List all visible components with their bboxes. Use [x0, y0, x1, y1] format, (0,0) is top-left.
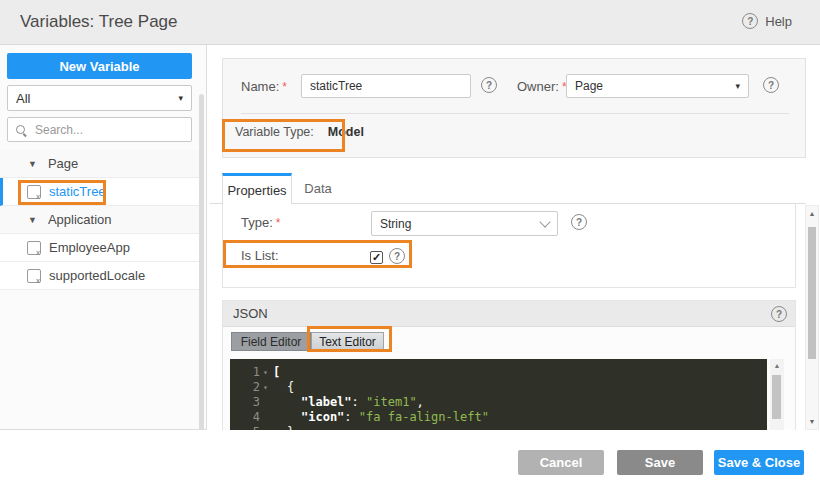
form-divider: [241, 113, 789, 114]
tree-group-page[interactable]: ▼ Page: [0, 150, 199, 178]
json-section-title: JSON: [233, 306, 268, 321]
variable-search: [7, 117, 192, 142]
name-help-icon[interactable]: ?: [481, 77, 497, 93]
variable-filter-select[interactable]: All ▾: [7, 85, 192, 111]
fold-arrow-icon[interactable]: ▾: [260, 380, 271, 395]
is-list-help-icon[interactable]: ?: [389, 248, 405, 264]
owner-label: Owner:*: [517, 79, 567, 94]
is-list-label: Is List:: [241, 248, 279, 263]
text-editor-button[interactable]: Text Editor: [311, 332, 384, 351]
cancel-button[interactable]: Cancel: [518, 450, 604, 475]
sidebar-scrollbar[interactable]: [199, 92, 205, 472]
owner-select[interactable]: Page ▾: [566, 74, 749, 98]
main-scrollbar[interactable]: ▲ ▼: [805, 205, 819, 430]
variable-icon: x: [27, 269, 41, 283]
search-input[interactable]: [33, 122, 184, 138]
search-icon: [15, 124, 27, 136]
caret-down-icon: ▾: [735, 81, 740, 91]
tab-properties[interactable]: Properties: [222, 173, 292, 204]
type-help-icon[interactable]: ?: [571, 214, 587, 230]
scroll-up-icon[interactable]: ▲: [770, 362, 784, 369]
dialog-header: Variables: Tree Page ? Help: [0, 0, 820, 45]
filter-selected-value: All: [16, 91, 30, 106]
field-editor-button[interactable]: Field Editor: [231, 332, 311, 351]
dialog-footer: Cancel Save Save & Close: [0, 430, 820, 491]
type-selected-value: String: [380, 217, 411, 231]
save-button[interactable]: Save: [617, 450, 703, 475]
tree-item-label: supportedLocale: [49, 268, 145, 283]
check-icon: ✓: [372, 252, 381, 263]
type-label: Type:*: [241, 215, 280, 230]
tree-item-supportedlocale[interactable]: x supportedLocale: [0, 262, 199, 290]
scroll-up-icon[interactable]: ▲: [806, 210, 818, 217]
tree-item-employeeapp[interactable]: x EmployeeApp: [0, 234, 199, 262]
type-select[interactable]: String: [371, 211, 558, 236]
expand-triangle-icon: ▼: [28, 215, 37, 225]
main-scrollbar-thumb[interactable]: [808, 227, 816, 359]
scroll-down-icon[interactable]: ▼: [806, 418, 818, 425]
code-line: "icon": "fa fa-align-left": [273, 410, 489, 425]
variable-type-label: Variable Type:: [235, 125, 314, 139]
json-help-icon[interactable]: ?: [771, 306, 787, 322]
tree-group-label: Page: [48, 156, 78, 171]
variables-dialog: Variables: Tree Page ? Help New Variable…: [0, 0, 820, 491]
required-marker: *: [282, 80, 287, 94]
tree-item-label: staticTree: [49, 184, 106, 199]
chevron-down-icon: [539, 216, 550, 227]
variable-header-form: Name:* ? Owner:* Page ▾ ? Variable Type:…: [222, 58, 806, 158]
page-title: Variables: Tree Page: [20, 12, 178, 32]
code-line: {: [273, 380, 489, 395]
editor-scrollbar-thumb[interactable]: [772, 375, 781, 419]
help-label: Help: [765, 14, 792, 29]
variable-icon: x: [27, 241, 41, 255]
fold-arrow-icon[interactable]: ▾: [260, 365, 271, 380]
variable-type-row: Variable Type: Model: [235, 125, 364, 139]
tree-group-application[interactable]: ▼ Application: [0, 206, 199, 234]
is-list-checkbox[interactable]: ✓: [370, 251, 383, 264]
help-question-icon: ?: [742, 13, 758, 29]
tree-group-label: Application: [48, 212, 112, 227]
tab-data[interactable]: Data: [292, 173, 344, 204]
variable-type-value: Model: [328, 125, 364, 139]
tree-item-label: EmployeeApp: [49, 240, 130, 255]
name-input[interactable]: [301, 74, 471, 98]
owner-selected-value: Page: [575, 79, 603, 93]
code-line: "label": "item1",: [273, 395, 489, 410]
code-line: [: [273, 365, 489, 380]
caret-down-icon: ▾: [178, 93, 183, 103]
variable-icon: x: [27, 185, 41, 199]
save-and-close-button[interactable]: Save & Close: [714, 450, 804, 475]
variables-tree: ▼ Page x staticTree ▼ Application x Empl…: [0, 150, 199, 290]
sidebar-scrollbar-thumb[interactable]: [199, 94, 204, 466]
properties-panel: Type:* String ? Is List: ✓ ?: [222, 204, 796, 288]
json-section-header: JSON: [223, 301, 795, 327]
expand-triangle-icon: ▼: [28, 159, 37, 169]
new-variable-button[interactable]: New Variable: [7, 53, 192, 79]
owner-help-icon[interactable]: ?: [763, 77, 779, 93]
variables-sidebar: New Variable All ▾ ▼ Page x staticTree ▼…: [0, 45, 207, 430]
required-marker: *: [276, 216, 281, 230]
name-label: Name:*: [241, 79, 287, 94]
tree-item-statictree[interactable]: x staticTree: [0, 178, 199, 206]
help-button[interactable]: ? Help: [742, 13, 792, 29]
